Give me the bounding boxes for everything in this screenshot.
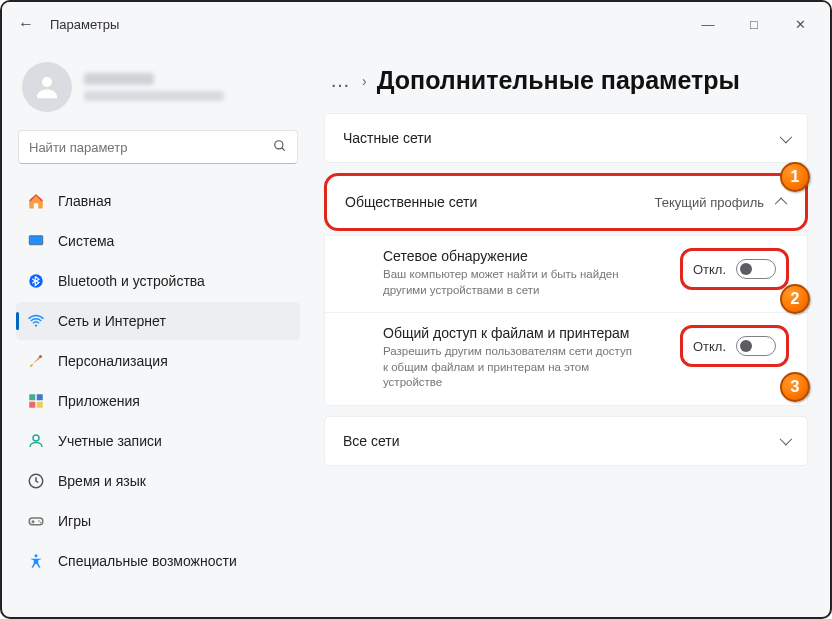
svg-point-15 xyxy=(38,520,40,522)
profile-name-blurred xyxy=(84,73,154,85)
minimize-button[interactable]: — xyxy=(696,17,720,32)
titlebar: ← Параметры — □ ✕ xyxy=(2,2,830,46)
svg-point-0 xyxy=(42,77,52,87)
section-title: Все сети xyxy=(343,433,400,449)
bluetooth-icon xyxy=(26,272,46,290)
section-all-networks[interactable]: Все сети xyxy=(324,416,808,466)
toggle-network-discovery-wrap: Откл. xyxy=(680,248,789,290)
row-title: Сетевое обнаружение xyxy=(383,248,633,264)
sidebar-item-label: Игры xyxy=(58,513,91,529)
svg-rect-10 xyxy=(29,402,35,408)
section-public-networks: Общественные сети Текущий профиль xyxy=(324,173,808,231)
sidebar-item-label: Специальные возможности xyxy=(58,553,237,569)
window-controls: — □ ✕ xyxy=(696,17,822,32)
accounts-icon xyxy=(26,432,46,450)
row-description: Разрешить другим пользователям сети дост… xyxy=(383,344,633,391)
toggle-state-label: Откл. xyxy=(693,339,726,354)
annotation-marker-2: 2 xyxy=(780,284,810,314)
row-description: Ваш компьютер может найти и быть найден … xyxy=(383,267,633,298)
svg-point-16 xyxy=(40,522,42,524)
sidebar-item-network[interactable]: Сеть и Интернет xyxy=(16,302,300,340)
svg-point-1 xyxy=(275,140,283,148)
svg-point-17 xyxy=(35,554,38,557)
clock-icon xyxy=(26,472,46,490)
profile-block[interactable] xyxy=(16,54,300,126)
sidebar-item-system[interactable]: Система xyxy=(16,222,300,260)
toggle-file-printer-sharing[interactable] xyxy=(736,336,776,356)
avatar xyxy=(22,62,72,112)
settings-window: ← Параметры — □ ✕ xyxy=(0,0,832,619)
nav-list: Главная Система Bluetooth и устройства С… xyxy=(16,182,300,580)
toggle-state-label: Откл. xyxy=(693,262,726,277)
back-button[interactable]: ← xyxy=(10,15,42,33)
svg-line-2 xyxy=(282,147,285,150)
gamepad-icon xyxy=(26,512,46,530)
accessibility-icon xyxy=(26,552,46,570)
sidebar-item-label: Персонализация xyxy=(58,353,168,369)
chevron-down-icon xyxy=(780,131,789,146)
svg-rect-9 xyxy=(37,394,43,400)
svg-rect-14 xyxy=(29,518,43,525)
sidebar-item-bluetooth[interactable]: Bluetooth и устройства xyxy=(16,262,300,300)
sidebar-item-label: Учетные записи xyxy=(58,433,162,449)
search-box[interactable] xyxy=(18,130,298,164)
section-public-body: Сетевое обнаружение Ваш компьютер может … xyxy=(324,235,808,406)
sidebar-item-home[interactable]: Главная xyxy=(16,182,300,220)
sidebar-item-label: Главная xyxy=(58,193,111,209)
svg-rect-3 xyxy=(29,236,43,245)
sidebar-item-gaming[interactable]: Игры xyxy=(16,502,300,540)
chevron-up-icon xyxy=(778,195,787,210)
sidebar-item-time-language[interactable]: Время и язык xyxy=(16,462,300,500)
search-input[interactable] xyxy=(29,140,273,155)
row-network-discovery: Сетевое обнаружение Ваш компьютер может … xyxy=(325,235,807,312)
sidebar-item-label: Bluetooth и устройства xyxy=(58,273,205,289)
sidebar: Главная Система Bluetooth и устройства С… xyxy=(2,46,314,617)
section-title: Общественные сети xyxy=(345,194,477,210)
sidebar-item-accessibility[interactable]: Специальные возможности xyxy=(16,542,300,580)
apps-icon xyxy=(26,392,46,410)
row-file-printer-sharing: Общий доступ к файлам и принтерам Разреш… xyxy=(325,312,807,405)
chevron-down-icon xyxy=(780,433,789,448)
sidebar-item-label: Приложения xyxy=(58,393,140,409)
window-title: Параметры xyxy=(50,17,119,32)
svg-point-12 xyxy=(33,435,39,441)
sidebar-item-accounts[interactable]: Учетные записи xyxy=(16,422,300,460)
maximize-button[interactable]: □ xyxy=(742,17,766,32)
profile-info xyxy=(84,73,224,101)
toggle-file-printer-sharing-wrap: Откл. xyxy=(680,325,789,367)
person-icon xyxy=(32,72,62,102)
sidebar-item-label: Система xyxy=(58,233,114,249)
toggle-network-discovery[interactable] xyxy=(736,259,776,279)
sidebar-item-personalization[interactable]: Персонализация xyxy=(16,342,300,380)
wifi-icon xyxy=(26,312,46,330)
chevron-right-icon: › xyxy=(362,73,367,89)
annotation-marker-1: 1 xyxy=(780,162,810,192)
section-public-header[interactable]: Общественные сети Текущий профиль xyxy=(327,176,805,228)
search-icon xyxy=(273,139,287,156)
section-private-networks[interactable]: Частные сети xyxy=(324,113,808,163)
section-title: Частные сети xyxy=(343,130,432,146)
row-title: Общий доступ к файлам и принтерам xyxy=(383,325,633,341)
annotation-marker-3: 3 xyxy=(780,372,810,402)
sidebar-item-apps[interactable]: Приложения xyxy=(16,382,300,420)
svg-rect-8 xyxy=(29,394,35,400)
current-profile-badge: Текущий профиль xyxy=(655,195,764,210)
breadcrumb: … › Дополнительные параметры xyxy=(330,66,808,95)
system-icon xyxy=(26,232,46,250)
page-title: Дополнительные параметры xyxy=(377,66,740,95)
home-icon xyxy=(26,192,46,210)
sidebar-item-label: Время и язык xyxy=(58,473,146,489)
svg-point-7 xyxy=(39,355,42,358)
svg-rect-11 xyxy=(37,402,43,408)
svg-point-6 xyxy=(35,324,37,326)
main-content: … › Дополнительные параметры Частные сет… xyxy=(314,46,830,617)
sidebar-item-label: Сеть и Интернет xyxy=(58,313,166,329)
profile-email-blurred xyxy=(84,91,224,101)
breadcrumb-overflow-button[interactable]: … xyxy=(330,69,352,92)
brush-icon xyxy=(26,352,46,370)
close-button[interactable]: ✕ xyxy=(788,17,812,32)
